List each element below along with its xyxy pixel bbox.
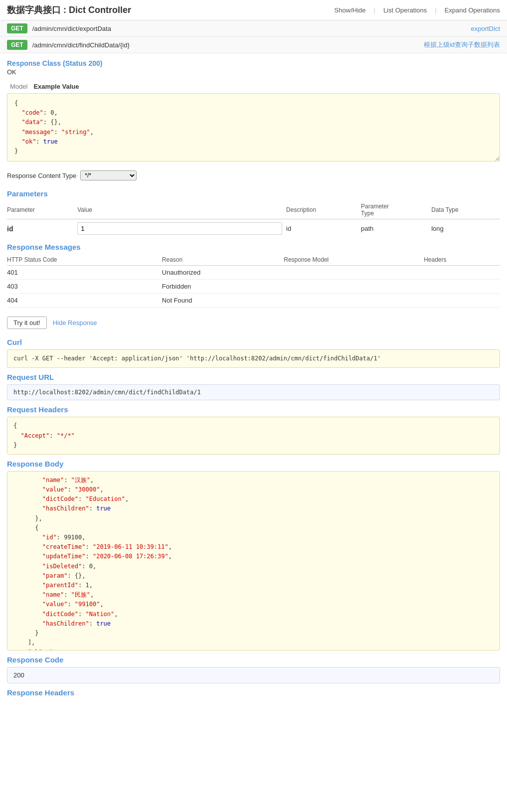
response-code-box: 200 bbox=[7, 667, 500, 683]
reason-403: Forbidden bbox=[162, 280, 284, 294]
col-parameter: Parameter bbox=[7, 201, 77, 219]
example-value-code-box: { "code": 0, "data": {}, "message": "str… bbox=[7, 93, 500, 162]
response-messages-table: HTTP Status Code Reason Response Model H… bbox=[7, 254, 500, 308]
response-body-box: "name": "汉族", "value": "30000", "dictCod… bbox=[7, 471, 500, 650]
headers-401 bbox=[424, 266, 500, 280]
col-value: Value bbox=[77, 201, 286, 219]
data-type: long bbox=[431, 219, 500, 238]
request-headers-box: { "Accept": "*/*" } bbox=[7, 417, 500, 455]
col-http-status: HTTP Status Code bbox=[7, 254, 162, 266]
param-id-input[interactable] bbox=[77, 222, 282, 235]
hide-response-link[interactable]: Hide Response bbox=[53, 319, 97, 326]
response-body-section: Response Body "name": "汉族", "value": "30… bbox=[7, 460, 500, 650]
response-headers-heading: Response Headers bbox=[7, 688, 500, 697]
model-401 bbox=[284, 266, 424, 280]
request-url-heading: Request URL bbox=[7, 373, 500, 381]
response-content-type-select[interactable]: */* application/json bbox=[80, 170, 137, 180]
response-class-status: OK bbox=[7, 68, 500, 76]
endpoint-row-export: GET /admin/cmn/dict/exportData exportDic… bbox=[0, 20, 507, 37]
table-row: 403 Forbidden bbox=[7, 280, 500, 294]
status-404: 404 bbox=[7, 294, 162, 308]
parameters-table: Parameter Value Description ParameterTyp… bbox=[7, 201, 500, 238]
response-messages-heading: Response Messages bbox=[7, 243, 500, 251]
headers-403 bbox=[424, 280, 500, 294]
model-tabs: Model Example Value bbox=[7, 82, 500, 91]
page-title: 数据字典接口 : Dict Controller bbox=[7, 4, 131, 16]
response-content-type-row: Response Content Type */* application/js… bbox=[7, 166, 500, 184]
reason-401: Unauthorized bbox=[162, 266, 284, 280]
tab-model[interactable]: Model bbox=[7, 82, 30, 91]
response-code-heading: Response Code bbox=[7, 655, 500, 664]
response-class-title: Response Class (Status 200) bbox=[7, 59, 500, 67]
method-badge-get: GET bbox=[7, 23, 27, 33]
parameters-heading: Parameters bbox=[7, 189, 500, 198]
col-reason: Reason bbox=[162, 254, 284, 266]
expand-operations-link[interactable]: Expand Operations bbox=[445, 6, 500, 14]
table-row: id id path long bbox=[7, 219, 500, 238]
top-bar: 数据字典接口 : Dict Controller Show/Hide | Lis… bbox=[0, 0, 507, 20]
curl-box: curl -X GET --header 'Accept: applicatio… bbox=[7, 349, 500, 368]
request-headers-heading: Request Headers bbox=[7, 405, 500, 414]
response-body-heading: Response Body bbox=[7, 460, 500, 468]
table-row: 404 Not Found bbox=[7, 294, 500, 308]
col-description: Description bbox=[286, 201, 361, 219]
show-hide-link[interactable]: Show/Hide bbox=[335, 6, 366, 14]
param-desc: id bbox=[286, 219, 361, 238]
endpoint-desc-findchild: 根据上级id查询子数据列表 bbox=[424, 40, 500, 49]
endpoint-desc-export: exportDict bbox=[471, 25, 500, 32]
status-401: 401 bbox=[7, 266, 162, 280]
endpoint-path-findchild: /admin/cmn/dict/findChildData/{id} bbox=[32, 41, 424, 49]
col-headers: Headers bbox=[424, 254, 500, 266]
model-403 bbox=[284, 280, 424, 294]
request-url-section: Request URL http://localhost:8202/admin/… bbox=[7, 373, 500, 400]
response-code-section: Response Code 200 bbox=[7, 655, 500, 683]
response-content-type-label: Response Content Type bbox=[7, 172, 76, 179]
param-name: id bbox=[7, 219, 77, 238]
response-class-section: Response Class (Status 200) OK bbox=[7, 53, 500, 78]
request-headers-section: Request Headers { "Accept": "*/*" } bbox=[7, 405, 500, 455]
method-badge-get2: GET bbox=[7, 40, 27, 50]
tab-example-value[interactable]: Example Value bbox=[30, 82, 82, 91]
status-403: 403 bbox=[7, 280, 162, 294]
curl-section: Curl curl -X GET --header 'Accept: appli… bbox=[7, 338, 500, 368]
col-data-type: Data Type bbox=[431, 201, 500, 219]
col-response-model: Response Model bbox=[284, 254, 424, 266]
curl-heading: Curl bbox=[7, 338, 500, 346]
col-param-type: ParameterType bbox=[361, 201, 431, 219]
param-type: path bbox=[361, 219, 431, 238]
try-it-row: Try it out! Hide Response bbox=[7, 313, 500, 333]
model-404 bbox=[284, 294, 424, 308]
endpoint-path-export: /admin/cmn/dict/exportData bbox=[32, 25, 471, 32]
endpoint-row-findchild: GET /admin/cmn/dict/findChildData/{id} 根… bbox=[0, 37, 507, 53]
request-url-box: http://localhost:8202/admin/cmn/dict/fin… bbox=[7, 384, 500, 400]
try-it-button[interactable]: Try it out! bbox=[7, 317, 47, 329]
param-value-cell bbox=[77, 219, 286, 238]
top-bar-actions: Show/Hide | List Operations | Expand Ope… bbox=[335, 6, 500, 14]
response-headers-section: Response Headers bbox=[7, 688, 500, 697]
table-row: 401 Unauthorized bbox=[7, 266, 500, 280]
reason-404: Not Found bbox=[162, 294, 284, 308]
headers-404 bbox=[424, 294, 500, 308]
list-operations-link[interactable]: List Operations bbox=[383, 6, 427, 14]
